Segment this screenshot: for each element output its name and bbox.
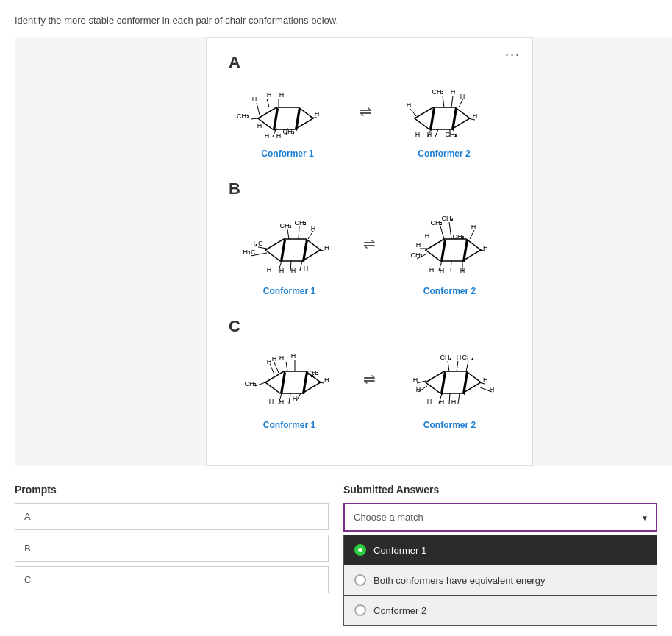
- section-c-conformer1: H H H H H CH₃ CH₃ H H H: [229, 342, 350, 430]
- svg-marker-0: [258, 107, 313, 129]
- svg-text:CH₃: CH₃: [440, 354, 453, 361]
- svg-text:H: H: [293, 395, 298, 402]
- submitted-title: Submitted Answers: [343, 484, 657, 496]
- section-b-conformer1: CH₃ CH₃ H H₃C H₃C H H H H H: [229, 204, 350, 296]
- svg-marker-107: [440, 371, 446, 395]
- option-conformer1-item[interactable]: Conformer 1: [344, 535, 657, 565]
- svg-line-104: [289, 393, 290, 404]
- svg-text:H: H: [429, 266, 435, 274]
- prompt-c-label: C: [24, 574, 31, 585]
- svg-text:H: H: [324, 244, 329, 251]
- svg-text:H: H: [471, 224, 476, 231]
- svg-text:H: H: [416, 241, 421, 249]
- svg-text:H: H: [425, 232, 430, 240]
- svg-line-119: [448, 361, 449, 371]
- svg-text:H: H: [304, 265, 309, 272]
- svg-text:CH₃: CH₃: [453, 233, 465, 240]
- section-b-label: B: [229, 179, 510, 199]
- prompt-row-a: A: [15, 503, 329, 530]
- svg-line-13: [267, 99, 269, 107]
- prompt-b-label: B: [24, 543, 31, 554]
- choose-match-select[interactable]: Choose a match Conformer 1 Both conforme…: [345, 504, 656, 530]
- svg-text:H: H: [427, 131, 432, 138]
- section-c-label: C: [229, 317, 510, 336]
- section-b-arrow: ⇌: [363, 235, 376, 267]
- svg-text:CH₃: CH₃: [280, 222, 293, 229]
- svg-text:H: H: [416, 386, 421, 393]
- svg-line-54: [258, 247, 267, 249]
- molecule-a2-svg: CH₃ H H H H H CH₃ H: [385, 78, 503, 144]
- svg-line-127: [449, 393, 450, 404]
- svg-text:H₃C: H₃C: [243, 249, 256, 256]
- svg-text:CH₃: CH₃: [237, 112, 249, 120]
- svg-text:H: H: [279, 354, 285, 362]
- svg-text:CH₃: CH₃: [411, 251, 423, 259]
- svg-marker-60: [426, 239, 481, 261]
- option-conformer2-item[interactable]: Conformer 2: [344, 596, 657, 625]
- svg-text:CH₃: CH₃: [446, 131, 458, 138]
- svg-text:H: H: [279, 91, 285, 99]
- svg-line-120: [457, 361, 458, 371]
- molecule-a1-svg: H H H H CH₃ H H CH₃ H: [229, 78, 346, 144]
- sidebar-right: [533, 37, 672, 466]
- svg-text:H: H: [407, 101, 412, 109]
- dropdown-container[interactable]: Choose a match Conformer 1 Both conforme…: [343, 503, 657, 532]
- svg-text:H: H: [451, 88, 456, 96]
- svg-marker-20: [429, 107, 435, 131]
- svg-text:H: H: [291, 352, 296, 360]
- section-c-arrow: ⇌: [363, 370, 376, 402]
- svg-text:CH₃: CH₃: [245, 380, 257, 387]
- svg-text:H₃C: H₃C: [251, 240, 263, 247]
- svg-marker-19: [415, 107, 470, 129]
- svg-line-74: [440, 226, 444, 239]
- svg-text:H: H: [483, 376, 488, 384]
- radio-both[interactable]: [354, 574, 366, 586]
- svg-text:H: H: [265, 132, 270, 140]
- section-b: B CH₃ CH₃ H H₃C H₃C H H H: [229, 179, 510, 296]
- svg-line-121: [466, 361, 468, 371]
- option-both-item[interactable]: Both conformers have equivalent energy: [344, 565, 657, 596]
- svg-text:H: H: [267, 266, 272, 274]
- svg-text:H: H: [279, 267, 285, 274]
- section-a-pair: H H H H CH₃ H H CH₃ H: [229, 78, 510, 159]
- svg-marker-84: [280, 371, 286, 395]
- section-a-conformer2: CH₃ H H H H H CH₃ H: [385, 78, 503, 159]
- svg-line-99: [270, 364, 274, 374]
- svg-text:H: H: [473, 112, 478, 120]
- section-a-conformer1: H H H H CH₃ H H CH₃ H: [229, 78, 346, 159]
- molecule-c2-svg: CH₃ H CH₃ H H H H H H H: [389, 342, 510, 415]
- radio-conformer1[interactable]: [354, 544, 366, 556]
- molecule-panel: ··· A H H H H: [206, 37, 533, 466]
- svg-text:H: H: [269, 398, 274, 405]
- molecule-b2-svg: CH₃ CH₃ H H CH₃ H CH₃ H H H H: [389, 204, 510, 282]
- section-a-arrow: ⇌: [360, 102, 372, 135]
- prompt-a-label: A: [24, 511, 31, 522]
- svg-text:CH₃: CH₃: [442, 215, 454, 222]
- bottom-section: Prompts A B C Submitted Answers Choose a…: [15, 484, 657, 626]
- svg-text:H: H: [490, 386, 495, 393]
- section-a: A H H H H C: [229, 53, 510, 159]
- section-c-conformer2: CH₃ H CH₃ H H H H H H H: [389, 342, 510, 430]
- svg-text:H: H: [457, 354, 462, 361]
- molecule-c1-svg: H H H H H CH₃ CH₃ H H H: [229, 342, 350, 415]
- svg-marker-106: [426, 371, 481, 393]
- prompts-title: Prompts: [15, 484, 329, 496]
- svg-text:H: H: [272, 355, 277, 362]
- svg-line-75: [449, 222, 451, 239]
- svg-line-76: [470, 230, 474, 239]
- svg-text:H: H: [267, 91, 272, 99]
- prompt-row-b: B: [15, 535, 329, 562]
- radio-conformer2[interactable]: [354, 604, 366, 616]
- svg-line-12: [257, 103, 260, 115]
- svg-marker-61: [440, 239, 446, 262]
- instruction-text: Identify the more stable conformer in ea…: [15, 15, 657, 26]
- svg-text:H: H: [427, 398, 432, 405]
- svg-text:H: H: [324, 376, 329, 384]
- svg-text:H: H: [451, 399, 457, 406]
- svg-line-81: [451, 261, 451, 271]
- three-dots-menu[interactable]: ···: [505, 47, 521, 62]
- molecule-b1-svg: CH₃ CH₃ H H₃C H₃C H H H H H: [229, 204, 350, 282]
- svg-line-122: [417, 381, 426, 383]
- sidebar-left: [15, 37, 206, 466]
- section-a-c2-label: Conformer 2: [418, 149, 470, 159]
